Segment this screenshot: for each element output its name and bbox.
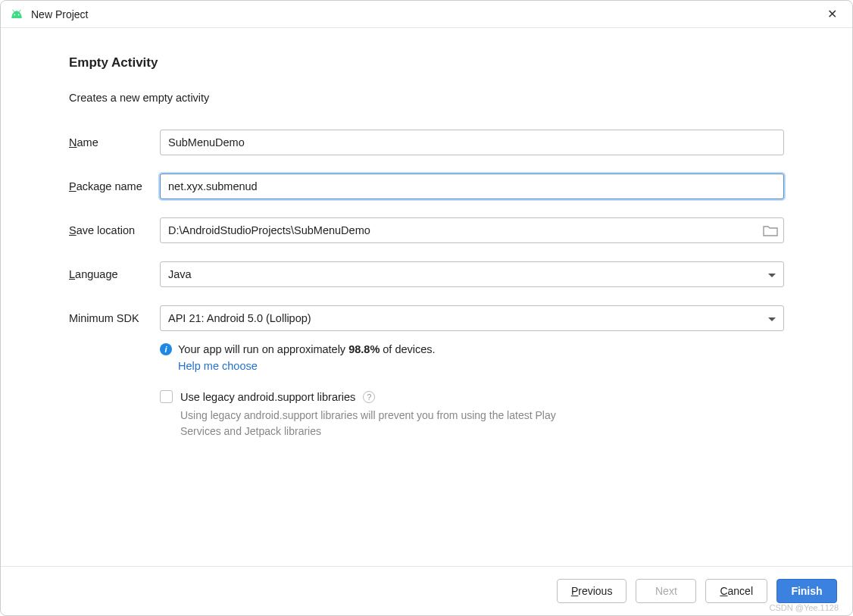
help-me-choose-link[interactable]: Help me choose [178, 360, 784, 372]
minsdk-select[interactable]: API 21: Android 5.0 (Lollipop) [160, 305, 784, 331]
dialog-content: Empty Activity Creates a new empty activ… [1, 28, 852, 566]
finish-button[interactable]: Finish [776, 579, 837, 603]
coverage-text: Your app will run on approximately 98.8%… [178, 343, 436, 355]
label-location: Save location [69, 224, 160, 236]
legacy-hint: Using legacy android.support libraries w… [180, 408, 559, 439]
titlebar: New Project ✕ [1, 1, 852, 28]
row-minsdk: Minimum SDK API 21: Android 5.0 (Lollipo… [69, 305, 784, 331]
label-minsdk: Minimum SDK [69, 312, 160, 324]
info-icon: i [160, 343, 172, 355]
svg-point-1 [18, 14, 20, 15]
row-name: Name [69, 130, 784, 155]
row-package: Package name [69, 174, 784, 199]
close-icon[interactable]: ✕ [821, 4, 843, 24]
legacy-checkbox-row: Use legacy android.support libraries ? [160, 390, 784, 403]
chevron-down-icon [768, 268, 776, 280]
page-description: Creates a new empty activity [69, 92, 784, 104]
dialog-footer: Previous Next Cancel Finish CSDN @Yee.11… [1, 566, 852, 615]
browse-folder-icon[interactable] [763, 224, 778, 236]
svg-line-3 [19, 9, 20, 11]
language-select[interactable]: Java [160, 261, 784, 287]
previous-button[interactable]: Previous [557, 579, 626, 603]
chevron-down-icon [768, 312, 776, 324]
package-input[interactable] [160, 174, 784, 199]
page-title: Empty Activity [69, 55, 784, 70]
row-location: Save location [69, 217, 784, 243]
legacy-checkbox-label: Use legacy android.support libraries [180, 391, 355, 403]
row-language: Language Java [69, 261, 784, 287]
watermark: CSDN @Yee.1128 [770, 603, 839, 612]
window-title: New Project [31, 8, 821, 20]
label-name: Name [69, 136, 160, 149]
label-language: Language [69, 268, 160, 280]
name-input[interactable] [160, 130, 784, 155]
label-package: Package name [69, 180, 160, 192]
new-project-dialog: New Project ✕ Empty Activity Creates a n… [0, 0, 853, 616]
svg-point-0 [14, 14, 15, 15]
svg-line-2 [13, 9, 14, 11]
help-icon[interactable]: ? [363, 391, 375, 403]
location-input[interactable] [160, 217, 784, 243]
legacy-checkbox[interactable] [160, 390, 173, 403]
android-icon [10, 9, 23, 20]
cancel-button[interactable]: Cancel [705, 579, 767, 603]
device-coverage-info: i Your app will run on approximately 98.… [160, 343, 784, 372]
next-button: Next [636, 579, 696, 603]
